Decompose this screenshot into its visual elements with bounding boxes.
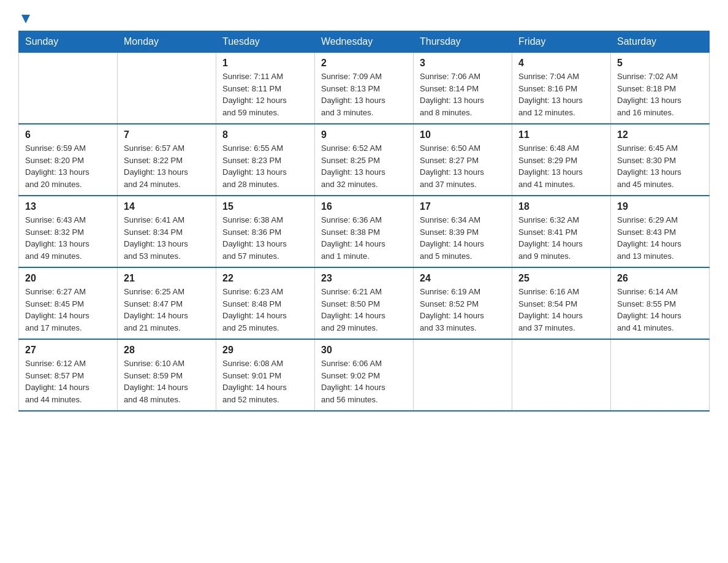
- calendar-cell: 24Sunrise: 6:19 AM Sunset: 8:52 PM Dayli…: [414, 267, 512, 339]
- calendar-cell: 14Sunrise: 6:41 AM Sunset: 8:34 PM Dayli…: [118, 196, 216, 267]
- calendar-cell: 13Sunrise: 6:43 AM Sunset: 8:32 PM Dayli…: [19, 196, 118, 267]
- day-number: 16: [321, 201, 407, 212]
- day-info: Sunrise: 6:12 AM Sunset: 8:57 PM Dayligh…: [25, 358, 111, 405]
- day-number: 20: [25, 273, 111, 284]
- weekday-header-thursday: Thursday: [414, 31, 512, 53]
- day-info: Sunrise: 7:11 AM Sunset: 8:11 PM Dayligh…: [222, 71, 308, 118]
- calendar-cell: [414, 339, 512, 411]
- day-info: Sunrise: 6:06 AM Sunset: 9:02 PM Dayligh…: [321, 358, 407, 405]
- day-number: 1: [222, 58, 308, 69]
- calendar-cell: 1Sunrise: 7:11 AM Sunset: 8:11 PM Daylig…: [216, 53, 315, 124]
- weekday-header-row: SundayMondayTuesdayWednesdayThursdayFrid…: [19, 31, 710, 53]
- calendar-cell: [118, 53, 216, 124]
- day-number: 29: [222, 345, 308, 356]
- day-number: 4: [518, 58, 604, 69]
- week-row-4: 20Sunrise: 6:27 AM Sunset: 8:45 PM Dayli…: [19, 267, 710, 339]
- calendar-cell: 4Sunrise: 7:04 AM Sunset: 8:16 PM Daylig…: [512, 53, 611, 124]
- calendar-cell: 5Sunrise: 7:02 AM Sunset: 8:18 PM Daylig…: [611, 53, 710, 124]
- calendar-cell: 16Sunrise: 6:36 AM Sunset: 8:38 PM Dayli…: [315, 196, 414, 267]
- day-number: 24: [420, 273, 506, 284]
- calendar-cell: 23Sunrise: 6:21 AM Sunset: 8:50 PM Dayli…: [315, 267, 414, 339]
- weekday-header-monday: Monday: [118, 31, 216, 53]
- calendar-body: 1Sunrise: 7:11 AM Sunset: 8:11 PM Daylig…: [19, 53, 710, 412]
- day-info: Sunrise: 6:32 AM Sunset: 8:41 PM Dayligh…: [518, 214, 604, 262]
- calendar-table: SundayMondayTuesdayWednesdayThursdayFrid…: [18, 31, 710, 412]
- calendar-cell: 7Sunrise: 6:57 AM Sunset: 8:22 PM Daylig…: [118, 124, 216, 196]
- weekday-header-tuesday: Tuesday: [216, 31, 315, 53]
- weekday-header-friday: Friday: [512, 31, 611, 53]
- day-number: 5: [617, 58, 703, 69]
- day-number: 26: [617, 273, 703, 284]
- page-header: [18, 12, 710, 25]
- day-info: Sunrise: 6:34 AM Sunset: 8:39 PM Dayligh…: [420, 214, 506, 262]
- day-info: Sunrise: 6:43 AM Sunset: 8:32 PM Dayligh…: [25, 214, 111, 262]
- day-number: 3: [420, 58, 506, 69]
- day-info: Sunrise: 6:38 AM Sunset: 8:36 PM Dayligh…: [222, 214, 308, 262]
- day-info: Sunrise: 6:48 AM Sunset: 8:29 PM Dayligh…: [518, 142, 604, 190]
- day-info: Sunrise: 6:59 AM Sunset: 8:20 PM Dayligh…: [25, 142, 111, 190]
- day-info: Sunrise: 6:45 AM Sunset: 8:30 PM Dayligh…: [617, 142, 703, 190]
- day-number: 22: [222, 273, 308, 284]
- calendar-cell: 25Sunrise: 6:16 AM Sunset: 8:54 PM Dayli…: [512, 267, 611, 339]
- calendar-cell: [611, 339, 710, 411]
- calendar-cell: 29Sunrise: 6:08 AM Sunset: 9:01 PM Dayli…: [216, 339, 315, 411]
- week-row-5: 27Sunrise: 6:12 AM Sunset: 8:57 PM Dayli…: [19, 339, 710, 411]
- calendar-cell: 2Sunrise: 7:09 AM Sunset: 8:13 PM Daylig…: [315, 53, 414, 124]
- week-row-2: 6Sunrise: 6:59 AM Sunset: 8:20 PM Daylig…: [19, 124, 710, 196]
- day-info: Sunrise: 7:04 AM Sunset: 8:16 PM Dayligh…: [518, 71, 604, 118]
- day-info: Sunrise: 6:36 AM Sunset: 8:38 PM Dayligh…: [321, 214, 407, 262]
- day-number: 27: [25, 345, 111, 356]
- weekday-header-sunday: Sunday: [19, 31, 118, 53]
- day-info: Sunrise: 6:55 AM Sunset: 8:23 PM Dayligh…: [222, 142, 308, 190]
- day-number: 8: [222, 129, 308, 140]
- day-number: 6: [25, 129, 111, 140]
- weekday-header-wednesday: Wednesday: [315, 31, 414, 53]
- calendar-cell: [19, 53, 118, 124]
- calendar-cell: 22Sunrise: 6:23 AM Sunset: 8:48 PM Dayli…: [216, 267, 315, 339]
- day-number: 7: [124, 129, 210, 140]
- day-number: 17: [420, 201, 506, 212]
- calendar-cell: 8Sunrise: 6:55 AM Sunset: 8:23 PM Daylig…: [216, 124, 315, 196]
- day-number: 13: [25, 201, 111, 212]
- calendar-cell: 19Sunrise: 6:29 AM Sunset: 8:43 PM Dayli…: [611, 196, 710, 267]
- day-number: 28: [124, 345, 210, 356]
- calendar-cell: 30Sunrise: 6:06 AM Sunset: 9:02 PM Dayli…: [315, 339, 414, 411]
- week-row-3: 13Sunrise: 6:43 AM Sunset: 8:32 PM Dayli…: [19, 196, 710, 267]
- day-info: Sunrise: 6:10 AM Sunset: 8:59 PM Dayligh…: [124, 358, 210, 405]
- calendar-cell: 26Sunrise: 6:14 AM Sunset: 8:55 PM Dayli…: [611, 267, 710, 339]
- calendar-cell: 27Sunrise: 6:12 AM Sunset: 8:57 PM Dayli…: [19, 339, 118, 411]
- logo: [18, 12, 31, 25]
- svg-marker-0: [21, 15, 30, 23]
- day-info: Sunrise: 7:06 AM Sunset: 8:14 PM Dayligh…: [420, 71, 506, 118]
- day-info: Sunrise: 6:27 AM Sunset: 8:45 PM Dayligh…: [25, 286, 111, 334]
- calendar-cell: 20Sunrise: 6:27 AM Sunset: 8:45 PM Dayli…: [19, 267, 118, 339]
- calendar-cell: 17Sunrise: 6:34 AM Sunset: 8:39 PM Dayli…: [414, 196, 512, 267]
- day-info: Sunrise: 6:25 AM Sunset: 8:47 PM Dayligh…: [124, 286, 210, 334]
- day-number: 10: [420, 129, 506, 140]
- day-number: 12: [617, 129, 703, 140]
- day-info: Sunrise: 6:41 AM Sunset: 8:34 PM Dayligh…: [124, 214, 210, 262]
- calendar-cell: 11Sunrise: 6:48 AM Sunset: 8:29 PM Dayli…: [512, 124, 611, 196]
- day-info: Sunrise: 6:23 AM Sunset: 8:48 PM Dayligh…: [222, 286, 308, 334]
- day-number: 23: [321, 273, 407, 284]
- calendar-cell: [512, 339, 611, 411]
- calendar-cell: 15Sunrise: 6:38 AM Sunset: 8:36 PM Dayli…: [216, 196, 315, 267]
- day-info: Sunrise: 6:50 AM Sunset: 8:27 PM Dayligh…: [420, 142, 506, 190]
- day-number: 19: [617, 201, 703, 212]
- calendar-cell: 9Sunrise: 6:52 AM Sunset: 8:25 PM Daylig…: [315, 124, 414, 196]
- day-info: Sunrise: 7:09 AM Sunset: 8:13 PM Dayligh…: [321, 71, 407, 118]
- day-info: Sunrise: 6:52 AM Sunset: 8:25 PM Dayligh…: [321, 142, 407, 190]
- day-number: 9: [321, 129, 407, 140]
- day-info: Sunrise: 6:16 AM Sunset: 8:54 PM Dayligh…: [518, 286, 604, 334]
- day-number: 25: [518, 273, 604, 284]
- day-number: 30: [321, 345, 407, 356]
- day-info: Sunrise: 6:14 AM Sunset: 8:55 PM Dayligh…: [617, 286, 703, 334]
- day-number: 15: [222, 201, 308, 212]
- day-number: 11: [518, 129, 604, 140]
- day-number: 2: [321, 58, 407, 69]
- calendar-cell: 28Sunrise: 6:10 AM Sunset: 8:59 PM Dayli…: [118, 339, 216, 411]
- day-number: 21: [124, 273, 210, 284]
- day-info: Sunrise: 6:08 AM Sunset: 9:01 PM Dayligh…: [222, 358, 308, 405]
- day-number: 14: [124, 201, 210, 212]
- weekday-header-saturday: Saturday: [611, 31, 710, 53]
